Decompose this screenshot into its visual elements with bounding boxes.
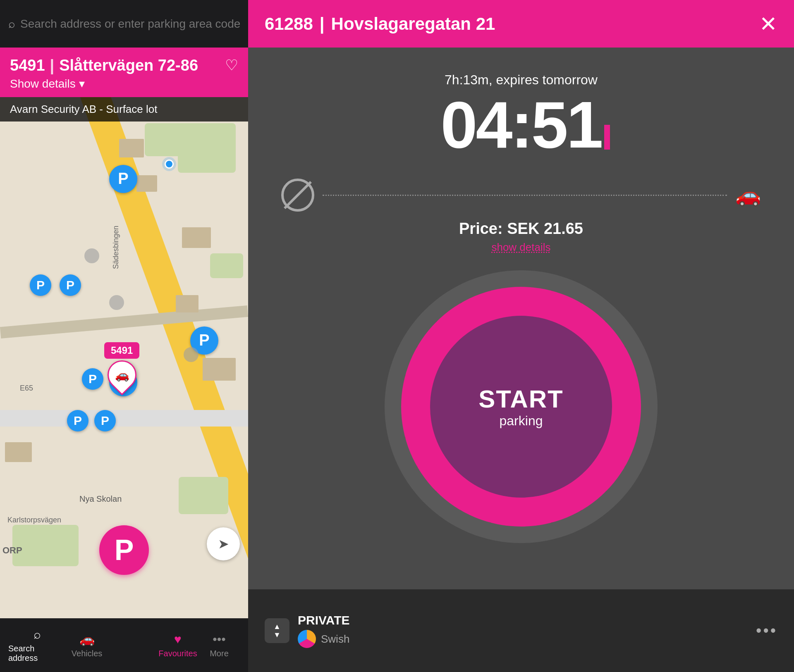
right-header-title: 61288 | Hovslagaregatan 21 <box>265 14 495 34</box>
car-icon-large: 🚗 <box>735 183 761 207</box>
building <box>119 139 144 157</box>
swish-text: Swish <box>321 633 349 646</box>
no-parking-icon <box>281 179 314 212</box>
building <box>176 295 198 312</box>
location-button[interactable]: ➤ <box>207 527 240 560</box>
right-location-code: 61288 <box>265 14 313 34</box>
show-details-link[interactable]: show details <box>491 241 550 254</box>
more-icon: ••• <box>213 632 226 646</box>
arrow-icon: ➤ <box>218 536 229 552</box>
spot-pin: 🚗 <box>101 354 142 395</box>
street-label-e65: E65 <box>20 384 33 393</box>
right-location-street: Hovslagaregatan 21 <box>331 14 495 34</box>
up-arrow-icon: ▲ <box>273 623 281 630</box>
search-input[interactable] <box>20 17 240 31</box>
car-icon: 🚗 <box>115 368 129 381</box>
building <box>5 442 32 462</box>
start-text: START <box>478 385 564 413</box>
gray-spot <box>84 248 99 263</box>
search-bar: ⌕ <box>0 0 248 48</box>
map-background: Avarn Security AB - Surface lot P P <box>0 97 248 618</box>
parking-marker[interactable]: P <box>82 368 103 390</box>
big-p-button[interactable]: P <box>99 525 149 575</box>
close-button[interactable]: ✕ <box>759 13 777 35</box>
left-panel: ⌕ 5491 | Slåttervägen 72-86 ♡ Show detai… <box>0 0 248 672</box>
green-area <box>145 123 186 156</box>
dial-outer: START parking <box>385 270 658 543</box>
up-down-arrows[interactable]: ▲ ▼ <box>265 618 289 643</box>
street-label-karlstorp: Karlstorpsvägen <box>7 516 61 524</box>
green-area <box>178 123 236 173</box>
street-label-orp: ORP <box>2 545 22 556</box>
right-pipe: | <box>320 14 325 34</box>
timer-accent <box>604 125 610 150</box>
show-details-button[interactable]: Show details ▾ <box>10 77 238 91</box>
road-horizontal <box>0 410 248 427</box>
street-label-nya-skolan: Nya Skolan <box>79 494 122 504</box>
payment-sub: Swish <box>298 630 350 648</box>
nav-favourites[interactable]: ♥ Favourites <box>157 632 198 658</box>
nav-more[interactable]: ••• More <box>198 632 240 658</box>
down-arrow-icon: ▼ <box>273 631 281 639</box>
bottom-section: ▲ ▼ PRIVATE Swish ••• <box>248 589 794 672</box>
right-header: 61288 | Hovslagaregatan 21 ✕ <box>248 0 794 48</box>
big-timer: 04:51 <box>440 92 601 158</box>
parking-marker[interactable]: P <box>60 274 81 296</box>
swish-logo <box>298 630 316 648</box>
pipe: | <box>50 57 55 74</box>
payment-details: PRIVATE Swish <box>298 613 350 648</box>
lot-name-bar: Avarn Security AB - Surface lot <box>0 97 248 122</box>
dial-ring: START parking <box>401 287 641 527</box>
building <box>136 175 157 192</box>
parking-marker[interactable]: P <box>67 410 88 431</box>
gray-spot <box>109 295 124 310</box>
dotted-line <box>323 195 727 196</box>
green-area <box>12 525 79 566</box>
nav-search[interactable]: ⌕ Search address <box>8 627 66 663</box>
map-area[interactable]: Avarn Security AB - Surface lot P P <box>0 97 248 618</box>
bottom-nav: ⌕ Search address 🚗 Vehicles ♥ Favourites… <box>0 618 248 672</box>
dial-inner[interactable]: START parking <box>430 316 612 498</box>
location-street: Slåttervägen 72-86 <box>59 57 198 74</box>
parking-marker[interactable]: P <box>30 274 51 296</box>
right-content: 7h:13m, expires tomorrow 04:51 🚗 Price: … <box>248 48 794 589</box>
parking-sub-text: parking <box>500 413 543 429</box>
building <box>182 227 211 248</box>
location-header: 5491 | Slåttervägen 72-86 ♡ Show details… <box>0 48 248 97</box>
location-title: 5491 | Slåttervägen 72-86 <box>10 57 238 74</box>
nav-vehicles[interactable]: 🚗 Vehicles <box>66 632 108 658</box>
right-panel: 61288 | Hovslagaregatan 21 ✕ 7h:13m, exp… <box>248 0 794 672</box>
car-row: 🚗 <box>281 179 761 212</box>
expires-text: 7h:13m, expires tomorrow <box>445 72 598 88</box>
dial-container[interactable]: START parking <box>385 270 658 543</box>
spot-code-label: 5491 <box>104 342 139 359</box>
payment-info: ▲ ▼ PRIVATE Swish <box>265 613 350 648</box>
parking-marker[interactable]: P <box>109 165 137 193</box>
more-dots-button[interactable]: ••• <box>756 622 777 640</box>
favourites-icon: ♥ <box>174 632 182 646</box>
selected-parking-spot[interactable]: 5491 🚗 <box>104 342 139 389</box>
building <box>203 358 236 381</box>
payment-label: PRIVATE <box>298 613 350 627</box>
user-location-dot <box>165 160 174 169</box>
search-nav-icon: ⌕ <box>33 627 41 641</box>
green-area <box>179 477 228 514</box>
chevron-down-icon: ▾ <box>79 77 85 91</box>
search-icon: ⌕ <box>8 17 15 31</box>
parking-marker[interactable]: P <box>94 410 116 431</box>
vehicles-icon: 🚗 <box>79 632 95 646</box>
gray-spot <box>184 347 198 362</box>
price-text: Price: SEK 21.65 <box>459 220 583 238</box>
location-code: 5491 <box>10 57 45 74</box>
heart-icon[interactable]: ♡ <box>225 57 238 74</box>
timer-section: 7h:13m, expires tomorrow 04:51 <box>281 72 761 158</box>
street-label-sades: Sädesbingen <box>112 226 120 269</box>
green-area <box>210 253 243 278</box>
